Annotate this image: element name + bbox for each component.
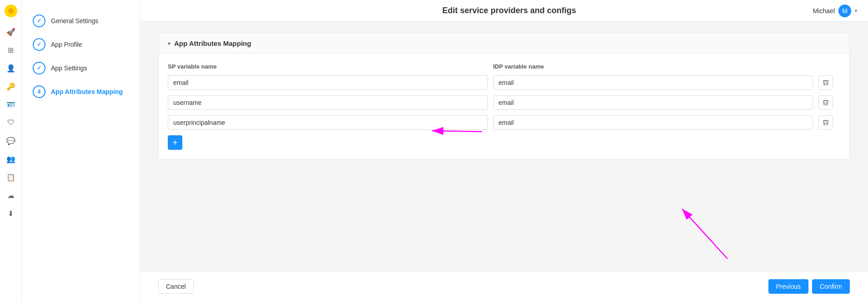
download-icon[interactable]: ⬇: [3, 205, 19, 222]
previous-button[interactable]: Previous: [768, 279, 808, 294]
cancel-button[interactable]: Cancel: [158, 279, 194, 294]
table-row: [168, 95, 840, 110]
user-name: Michael: [813, 7, 835, 15]
idp-variable-input-3[interactable]: [493, 115, 813, 130]
idp-variable-header: IDP variable name: [493, 63, 813, 70]
idp-variable-input-2[interactable]: [493, 95, 813, 110]
add-row-button[interactable]: +: [168, 135, 182, 150]
sp-variable-input-3[interactable]: [168, 115, 488, 130]
step-general-settings[interactable]: ✓ General Settings: [29, 9, 132, 33]
person-plus-icon[interactable]: 👥: [3, 151, 19, 167]
page-title: Edit service providers and configs: [206, 6, 813, 15]
app-logo[interactable]: [4, 4, 18, 18]
chevron-down-icon: ▾: [855, 8, 857, 13]
shield-icon[interactable]: 🛡: [3, 114, 19, 131]
step-4-number: 4: [38, 89, 41, 95]
top-header: Edit service providers and configs Micha…: [140, 0, 868, 22]
cloud-icon[interactable]: ☁: [3, 187, 19, 203]
key-icon[interactable]: 🔑: [3, 78, 19, 94]
check-icon: ✓: [37, 18, 41, 24]
bottom-actions: Cancel Previous Confirm: [140, 271, 868, 301]
right-actions: Previous Confirm: [768, 279, 850, 294]
avatar-initial: M: [842, 7, 848, 15]
delete-row-2-button[interactable]: [818, 95, 833, 110]
step-1-label: General Settings: [51, 17, 98, 25]
confirm-button[interactable]: Confirm: [812, 279, 850, 294]
page-title-area: Edit service providers and configs: [206, 6, 813, 15]
report-icon[interactable]: 📋: [3, 169, 19, 185]
table-row: [168, 75, 840, 90]
content-area: ▾ App Attributes Mapping SP variable nam…: [140, 22, 868, 271]
user-avatar: M: [838, 5, 851, 17]
main-content: Edit service providers and configs Micha…: [140, 0, 868, 301]
card-header[interactable]: ▾ App Attributes Mapping: [159, 33, 849, 54]
step-4-label: App Attributes Mapping: [51, 88, 123, 95]
icon-sidebar: 🚀 ⊞ 👤 🔑 🪪 🛡 💬 👥 📋 ☁ ⬇: [0, 0, 22, 301]
support-icon[interactable]: 💬: [3, 133, 19, 149]
svg-point-1: [8, 8, 14, 14]
user-area[interactable]: Michael M ▾: [813, 5, 857, 17]
sp-variable-header: SP variable name: [168, 63, 488, 70]
step-2-label: App Profile: [51, 41, 82, 48]
sp-variable-input-2[interactable]: [168, 95, 488, 110]
table-row: [168, 115, 840, 130]
step-4-circle: 4: [33, 85, 45, 98]
step-app-profile[interactable]: ✓ App Profile: [29, 33, 132, 56]
table-header-row: SP variable name IDP variable name: [168, 63, 840, 75]
step-3-label: App Settings: [51, 64, 87, 72]
users-icon[interactable]: 👤: [3, 60, 19, 76]
step-3-circle: ✓: [33, 62, 45, 74]
delete-row-1-button[interactable]: [818, 75, 833, 90]
check-icon-3: ✓: [37, 65, 41, 71]
sp-variable-input-1[interactable]: [168, 75, 488, 90]
card-icon[interactable]: 🪪: [3, 96, 19, 113]
grid-icon[interactable]: ⊞: [3, 42, 19, 58]
step-app-settings[interactable]: ✓ App Settings: [29, 56, 132, 80]
check-icon-2: ✓: [37, 41, 41, 48]
step-app-attributes[interactable]: 4 App Attributes Mapping: [29, 80, 132, 104]
attributes-table: SP variable name IDP variable name: [168, 63, 840, 150]
steps-sidebar: ✓ General Settings ✓ App Profile ✓ App S…: [22, 0, 140, 301]
collapse-icon: ▾: [168, 40, 171, 47]
card-body: SP variable name IDP variable name: [159, 54, 849, 159]
delete-row-3-button[interactable]: [818, 115, 833, 130]
step-1-circle: ✓: [33, 15, 45, 27]
launch-icon[interactable]: 🚀: [3, 24, 19, 40]
card-header-title: App Attributes Mapping: [174, 39, 251, 47]
step-2-circle: ✓: [33, 38, 45, 51]
idp-variable-input-1[interactable]: [493, 75, 813, 90]
form-card: ▾ App Attributes Mapping SP variable nam…: [158, 33, 850, 159]
